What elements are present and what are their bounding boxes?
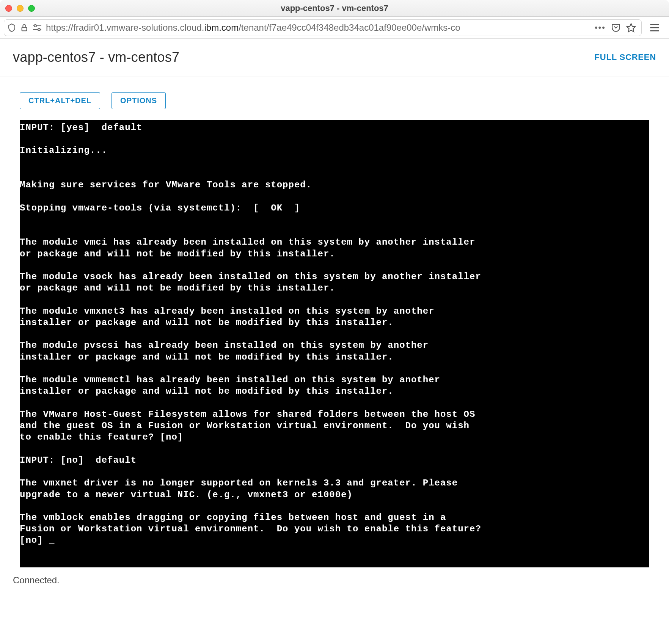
page-actions-icon[interactable]: ••• [595,23,606,33]
url-domain: ibm.com [204,22,239,33]
page-title: vapp-centos7 - vm-centos7 [13,49,179,65]
traffic-lights [5,5,35,12]
url-bar[interactable]: https://fradir01.vmware-solutions.cloud.… [4,19,642,36]
browser-window: vapp-centos7 - vm-centos7 [0,0,669,644]
url-text[interactable]: https://fradir01.vmware-solutions.cloud.… [46,22,591,33]
svg-point-4 [38,28,40,31]
url-trailing-icons: ••• [595,23,638,33]
svg-rect-0 [22,27,27,31]
console-wrap: INPUT: [yes] default Initializing... Mak… [0,120,669,572]
page-content: vapp-centos7 - vm-centos7 FULL SCREEN CT… [0,39,669,644]
minimize-window-button[interactable] [17,5,24,12]
full-screen-button[interactable]: FULL SCREEN [595,52,656,62]
options-button[interactable]: OPTIONS [112,92,166,109]
svg-point-2 [34,25,36,27]
page-header: vapp-centos7 - vm-centos7 FULL SCREEN [0,39,669,77]
pocket-icon[interactable] [611,23,621,33]
permissions-icon[interactable] [32,24,42,32]
shield-icon[interactable] [7,23,16,32]
hamburger-menu-button[interactable] [644,17,665,38]
url-suffix: /tenant/f7ae49cc04f348edb34ac01af90ee00e… [239,22,460,33]
url-prefix: https://fradir01.vmware-solutions.cloud. [46,22,204,33]
maximize-window-button[interactable] [28,5,35,12]
svg-marker-5 [627,24,635,32]
bookmark-star-icon[interactable] [626,23,636,33]
close-window-button[interactable] [5,5,12,12]
url-bar-row: https://fradir01.vmware-solutions.cloud.… [0,17,669,39]
ctrl-alt-del-button[interactable]: CTRL+ALT+DEL [20,92,100,109]
lock-icon[interactable] [20,23,28,32]
button-row: CTRL+ALT+DEL OPTIONS [0,77,669,120]
window-title: vapp-centos7 - vm-centos7 [0,3,669,13]
connection-status: Connected. [0,572,669,586]
window-titlebar: vapp-centos7 - vm-centos7 [0,0,669,17]
vm-console[interactable]: INPUT: [yes] default Initializing... Mak… [20,120,649,567]
